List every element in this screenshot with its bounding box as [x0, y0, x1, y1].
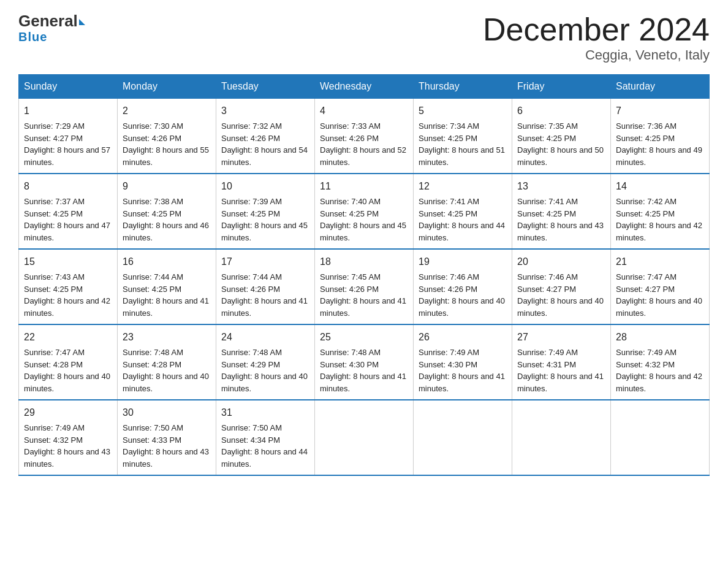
sunset-text: Sunset: 4:31 PM: [517, 360, 576, 369]
sunrise-text: Sunrise: 7:49 AM: [517, 348, 578, 357]
sunset-text: Sunset: 4:32 PM: [24, 435, 83, 445]
daylight-text: Daylight: 8 hours and 42 minutes.: [616, 372, 702, 393]
daylight-text: Daylight: 8 hours and 47 minutes.: [24, 221, 110, 242]
sunset-text: Sunset: 4:25 PM: [24, 209, 83, 218]
daylight-text: Daylight: 8 hours and 40 minutes.: [24, 372, 110, 393]
daylight-text: Daylight: 8 hours and 41 minutes.: [320, 372, 406, 393]
sunset-text: Sunset: 4:26 PM: [123, 134, 181, 143]
day-number: 4: [320, 104, 408, 118]
sunset-text: Sunset: 4:34 PM: [221, 435, 280, 445]
header-sunday: Sunday: [19, 75, 118, 99]
daylight-text: Daylight: 8 hours and 44 minutes.: [221, 447, 308, 469]
calendar-cell: 10Sunrise: 7:39 AMSunset: 4:25 PMDayligh…: [216, 174, 315, 249]
daylight-text: Daylight: 8 hours and 40 minutes.: [123, 372, 209, 393]
logo-general: General: [18, 12, 85, 30]
sunrise-text: Sunrise: 7:49 AM: [24, 423, 85, 432]
sunset-text: Sunset: 4:26 PM: [320, 134, 379, 143]
header-thursday: Thursday: [414, 75, 512, 99]
day-number: 13: [517, 179, 605, 194]
daylight-text: Daylight: 8 hours and 49 minutes.: [616, 145, 702, 167]
header-saturday: Saturday: [611, 75, 710, 99]
calendar-header-row: SundayMondayTuesdayWednesdayThursdayFrid…: [19, 75, 710, 99]
calendar-cell: 17Sunrise: 7:44 AMSunset: 4:26 PMDayligh…: [216, 249, 315, 324]
daylight-text: Daylight: 8 hours and 46 minutes.: [123, 221, 209, 242]
sunset-text: Sunset: 4:26 PM: [419, 285, 477, 294]
calendar-cell: 3Sunrise: 7:32 AMSunset: 4:26 PMDaylight…: [216, 99, 315, 174]
day-number: 3: [221, 104, 309, 118]
daylight-text: Daylight: 8 hours and 44 minutes.: [419, 221, 505, 242]
sunset-text: Sunset: 4:26 PM: [221, 134, 280, 143]
calendar-cell: 7Sunrise: 7:36 AMSunset: 4:25 PMDaylight…: [611, 99, 710, 174]
calendar-subtitle: Ceggia, Veneto, Italy: [483, 47, 710, 63]
page-header: General Blue December 2024 Ceggia, Venet…: [18, 12, 710, 63]
sunrise-text: Sunrise: 7:46 AM: [517, 272, 578, 282]
calendar-cell: 4Sunrise: 7:33 AMSunset: 4:26 PMDaylight…: [315, 99, 414, 174]
sunrise-text: Sunrise: 7:50 AM: [221, 423, 282, 432]
day-number: 20: [517, 255, 605, 269]
calendar-cell: 26Sunrise: 7:49 AMSunset: 4:30 PMDayligh…: [414, 324, 512, 400]
sunrise-text: Sunrise: 7:47 AM: [24, 348, 85, 357]
calendar-cell: 23Sunrise: 7:48 AMSunset: 4:28 PMDayligh…: [118, 324, 216, 400]
sunrise-text: Sunrise: 7:38 AM: [123, 197, 183, 206]
sunrise-text: Sunrise: 7:36 AM: [616, 121, 677, 131]
sunrise-text: Sunrise: 7:34 AM: [419, 121, 479, 131]
sunrise-text: Sunrise: 7:41 AM: [419, 197, 479, 206]
day-number: 15: [24, 255, 112, 269]
sunrise-text: Sunrise: 7:44 AM: [221, 272, 282, 282]
calendar-title: December 2024: [483, 12, 710, 47]
sunrise-text: Sunrise: 7:40 AM: [320, 197, 381, 206]
sunrise-text: Sunrise: 7:42 AM: [616, 197, 677, 206]
daylight-text: Daylight: 8 hours and 43 minutes.: [517, 221, 604, 242]
daylight-text: Daylight: 8 hours and 41 minutes.: [517, 372, 604, 393]
calendar-cell: 15Sunrise: 7:43 AMSunset: 4:25 PMDayligh…: [19, 249, 118, 324]
day-number: 12: [419, 179, 507, 194]
day-number: 23: [123, 330, 211, 345]
calendar-cell: 9Sunrise: 7:38 AMSunset: 4:25 PMDaylight…: [118, 174, 216, 249]
sunset-text: Sunset: 4:25 PM: [616, 209, 675, 218]
daylight-text: Daylight: 8 hours and 42 minutes.: [24, 296, 110, 318]
calendar-cell: 5Sunrise: 7:34 AMSunset: 4:25 PMDaylight…: [414, 99, 512, 174]
daylight-text: Daylight: 8 hours and 50 minutes.: [517, 145, 604, 167]
day-number: 5: [419, 104, 507, 118]
calendar-cell: 2Sunrise: 7:30 AMSunset: 4:26 PMDaylight…: [118, 99, 216, 174]
sunset-text: Sunset: 4:33 PM: [123, 435, 181, 445]
sunrise-text: Sunrise: 7:29 AM: [24, 121, 85, 131]
calendar-cell: 8Sunrise: 7:37 AMSunset: 4:25 PMDaylight…: [19, 174, 118, 249]
sunrise-text: Sunrise: 7:47 AM: [616, 272, 677, 282]
calendar-table: SundayMondayTuesdayWednesdayThursdayFrid…: [18, 74, 710, 476]
daylight-text: Daylight: 8 hours and 51 minutes.: [419, 145, 505, 167]
calendar-cell: 30Sunrise: 7:50 AMSunset: 4:33 PMDayligh…: [118, 400, 216, 475]
week-row-3: 15Sunrise: 7:43 AMSunset: 4:25 PMDayligh…: [19, 249, 710, 324]
day-number: 11: [320, 179, 408, 194]
calendar-cell: 31Sunrise: 7:50 AMSunset: 4:34 PMDayligh…: [216, 400, 315, 475]
sunset-text: Sunset: 4:27 PM: [24, 134, 83, 143]
sunset-text: Sunset: 4:27 PM: [616, 285, 675, 294]
calendar-cell: 12Sunrise: 7:41 AMSunset: 4:25 PMDayligh…: [414, 174, 512, 249]
calendar-cell: 19Sunrise: 7:46 AMSunset: 4:26 PMDayligh…: [414, 249, 512, 324]
sunset-text: Sunset: 4:25 PM: [123, 209, 181, 218]
sunset-text: Sunset: 4:25 PM: [517, 209, 576, 218]
day-number: 9: [123, 179, 211, 194]
sunset-text: Sunset: 4:27 PM: [517, 285, 576, 294]
calendar-cell: [512, 400, 611, 475]
daylight-text: Daylight: 8 hours and 45 minutes.: [320, 221, 406, 242]
daylight-text: Daylight: 8 hours and 55 minutes.: [123, 145, 209, 167]
week-row-1: 1Sunrise: 7:29 AMSunset: 4:27 PMDaylight…: [19, 99, 710, 174]
daylight-text: Daylight: 8 hours and 41 minutes.: [320, 296, 406, 318]
sunrise-text: Sunrise: 7:50 AM: [123, 423, 183, 432]
calendar-cell: 25Sunrise: 7:48 AMSunset: 4:30 PMDayligh…: [315, 324, 414, 400]
daylight-text: Daylight: 8 hours and 40 minutes.: [517, 296, 604, 318]
calendar-cell: 21Sunrise: 7:47 AMSunset: 4:27 PMDayligh…: [611, 249, 710, 324]
sunrise-text: Sunrise: 7:30 AM: [123, 121, 183, 131]
sunrise-text: Sunrise: 7:41 AM: [517, 197, 578, 206]
day-number: 17: [221, 255, 309, 269]
logo-blue: Blue: [18, 30, 47, 44]
day-number: 27: [517, 330, 605, 345]
sunrise-text: Sunrise: 7:33 AM: [320, 121, 381, 131]
calendar-cell: [315, 400, 414, 475]
day-number: 22: [24, 330, 112, 345]
daylight-text: Daylight: 8 hours and 57 minutes.: [24, 145, 110, 167]
header-monday: Monday: [118, 75, 216, 99]
day-number: 2: [123, 104, 211, 118]
sunrise-text: Sunrise: 7:46 AM: [419, 272, 479, 282]
